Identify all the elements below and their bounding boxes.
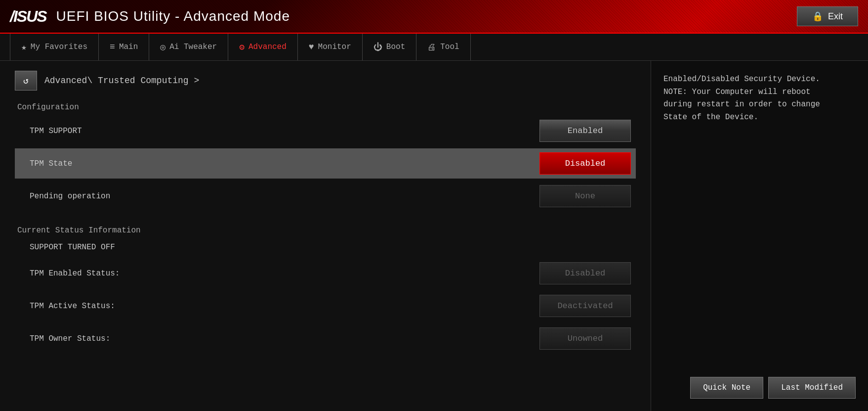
tpm-support-row: TPM SUPPORT Enabled <box>15 116 636 146</box>
tpm-owner-status-label: TPM Owner Status: <box>20 334 539 343</box>
main-area: ↺ Advanced\ Trusted Computing > Configur… <box>0 61 868 411</box>
breadcrumb-row: ↺ Advanced\ Trusted Computing > <box>15 71 636 91</box>
nav-item-ai-tweaker[interactable]: ◎ Ai Tweaker <box>149 34 228 60</box>
exit-icon: 🔒 <box>812 11 823 22</box>
nav-item-tool[interactable]: 🖨 Tool <box>416 34 470 60</box>
pending-operation-label: Pending operation <box>20 192 539 201</box>
support-off-label: SUPPORT TURNED OFF <box>20 243 631 252</box>
content-area: ↺ Advanced\ Trusted Computing > Configur… <box>0 61 651 411</box>
tpm-owner-status-row: TPM Owner Status: Unowned <box>15 323 636 354</box>
section2-label: Current Status Information <box>15 226 636 235</box>
tpm-active-status-row: TPM Active Status: Deactivated <box>15 291 636 321</box>
tpm-active-status-button[interactable]: Deactivated <box>539 295 631 317</box>
last-modified-button[interactable]: Last Modified <box>768 377 856 399</box>
monitor-icon: ♥ <box>309 42 314 52</box>
boot-icon: ⏻ <box>373 42 382 52</box>
tpm-enabled-status-label: TPM Enabled Status: <box>20 269 539 278</box>
back-button[interactable]: ↺ <box>15 71 37 91</box>
nav-item-main[interactable]: ≡ Main <box>99 34 149 60</box>
list-icon: ≡ <box>110 42 115 52</box>
pending-operation-row: Pending operation None <box>15 181 636 211</box>
tpm-owner-status-button[interactable]: Unowned <box>539 327 631 350</box>
pending-operation-button[interactable]: None <box>539 185 631 207</box>
navigation-bar: ★ My Favorites ≡ Main ◎ Ai Tweaker ⚙ Adv… <box>0 34 868 61</box>
nav-item-boot[interactable]: ⏻ Boot <box>363 34 416 60</box>
tpm-state-label: TPM State <box>20 159 539 168</box>
tpm-support-label: TPM SUPPORT <box>20 127 539 136</box>
nav-item-monitor[interactable]: ♥ Monitor <box>298 34 363 60</box>
exit-button[interactable]: 🔒 Exit <box>797 6 858 26</box>
info-panel: Enabled/Disabled Security Device.NOTE: Y… <box>651 61 868 411</box>
tpm-enabled-status-row: TPM Enabled Status: Disabled <box>15 258 636 288</box>
tpm-support-button[interactable]: Enabled <box>539 120 631 142</box>
nav-item-advanced[interactable]: ⚙ Advanced <box>228 34 298 60</box>
header-title: UEFI BIOS Utility - Advanced Mode <box>56 8 290 24</box>
section1-label: Configuration <box>15 103 636 112</box>
tool-icon: 🖨 <box>427 42 436 52</box>
nav-item-my-favorites[interactable]: ★ My Favorites <box>10 34 99 60</box>
header: /ISUS UEFI BIOS Utility - Advanced Mode … <box>0 0 868 34</box>
support-off-row: SUPPORT TURNED OFF <box>15 239 636 256</box>
star-icon: ★ <box>21 42 27 52</box>
tpm-enabled-status-button[interactable]: Disabled <box>539 262 631 284</box>
info-text: Enabled/Disabled Security Device.NOTE: Y… <box>663 73 856 124</box>
bottom-buttons: Quick Note Last Modified <box>663 377 856 399</box>
tpm-active-status-label: TPM Active Status: <box>20 302 539 311</box>
tweaker-icon: ◎ <box>160 42 165 52</box>
quick-note-button[interactable]: Quick Note <box>690 377 763 399</box>
advanced-icon: ⚙ <box>239 42 245 52</box>
tpm-state-row[interactable]: TPM State Disabled <box>15 148 636 179</box>
breadcrumb: Advanced\ Trusted Computing > <box>44 76 199 86</box>
tpm-state-button[interactable]: Disabled <box>539 152 631 175</box>
asus-logo: /ISUS <box>10 7 46 26</box>
